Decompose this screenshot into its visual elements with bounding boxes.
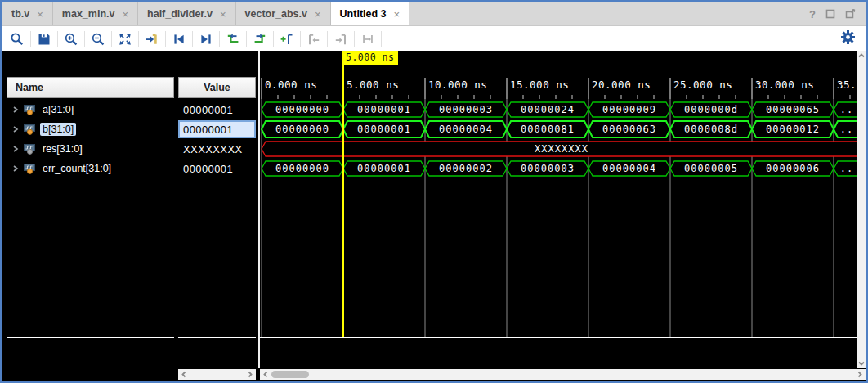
zoom-in-icon (64, 32, 78, 47)
find-button[interactable] (7, 29, 28, 49)
marker-range-icon (360, 32, 375, 47)
bus-signal-icon (24, 144, 36, 155)
previous-transition-icon (172, 32, 186, 47)
next-marker-icon (333, 32, 348, 47)
zoom-out-button[interactable] (87, 29, 109, 49)
tab-max-min-v[interactable]: max_min.v × (53, 2, 138, 25)
save-icon (37, 32, 51, 47)
svg-text:30.000 ns: 30.000 ns (755, 79, 814, 91)
waveform-canvas[interactable]: 0.000 ns5.000 ns10.000 ns15.000 ns20.000… (260, 51, 857, 368)
panel-separator-line (7, 337, 174, 338)
maximize-icon[interactable] (825, 9, 835, 19)
vertical-scrollbar[interactable] (857, 51, 866, 368)
add-marker-button[interactable] (276, 29, 298, 49)
svg-text:0000008d: 0000008d (684, 124, 738, 135)
svg-text:15.000 ns: 15.000 ns (510, 79, 569, 91)
svg-text:00000002: 00000002 (439, 163, 493, 174)
marker-range-button[interactable] (357, 29, 378, 49)
find-icon (10, 32, 25, 47)
value-horizontal-scrollbar[interactable] (178, 369, 256, 380)
svg-text:XXXXXXXX: XXXXXXXX (535, 143, 588, 155)
svg-text:00000009: 00000009 (602, 104, 656, 115)
tab-tb-v[interactable]: tb.v × (2, 2, 53, 25)
zoom-fit-icon (118, 32, 132, 47)
window-controls: ? (809, 2, 856, 25)
float-icon[interactable] (845, 9, 856, 19)
expand-chevron-icon[interactable] (11, 125, 20, 133)
zoom-fit-button[interactable] (114, 29, 136, 49)
name-column-header: Name (7, 77, 174, 98)
previous-edge-icon (226, 32, 240, 47)
waveform-content-area: Name Value a[31:0] b[31:0] res[31:0] err… (2, 51, 866, 381)
toolbar-separator (300, 31, 301, 47)
signal-row-a[interactable]: a[31:0] (7, 100, 174, 119)
go-to-time-cursor-button[interactable] (141, 29, 163, 49)
scroll-right-icon[interactable] (247, 371, 253, 378)
toolbar-separator (381, 31, 382, 47)
tab-close-icon[interactable]: × (315, 9, 321, 20)
svg-text:00000001: 00000001 (357, 163, 411, 174)
svg-text:00000000: 00000000 (275, 104, 329, 115)
tab-close-icon[interactable]: × (220, 9, 226, 20)
svg-text:20.000 ns: 20.000 ns (592, 79, 651, 91)
expand-chevron-icon[interactable] (11, 106, 20, 114)
previous-marker-icon (306, 32, 321, 47)
signal-row-err-count[interactable]: err_count[31:0] (7, 159, 174, 178)
signal-row-res[interactable]: res[31:0] (7, 139, 174, 159)
previous-marker-button[interactable] (303, 29, 324, 49)
toolbar-separator (57, 31, 58, 47)
next-marker-button[interactable] (330, 29, 351, 49)
tab-half-divider-v[interactable]: half_divider.v × (138, 2, 236, 25)
tab-close-icon[interactable]: × (37, 9, 43, 20)
value-cell-err-count[interactable]: 00000001 (178, 159, 256, 178)
signal-name: res[31:0] (40, 142, 85, 155)
toolbar-separator (327, 31, 328, 47)
waveform-horizontal-scrollbar[interactable] (260, 369, 866, 380)
expand-chevron-icon[interactable] (11, 145, 20, 153)
zoom-in-button[interactable] (60, 29, 82, 49)
tab-close-icon[interactable]: × (394, 9, 400, 20)
zoom-out-icon (91, 32, 105, 47)
expand-chevron-icon[interactable] (11, 164, 20, 173)
scrollbar-thumb[interactable] (271, 371, 309, 378)
previous-transition-button[interactable] (168, 29, 190, 49)
waveform-plot-area[interactable]: 0.000 ns5.000 ns10.000 ns15.000 ns20.000… (260, 51, 857, 368)
help-icon[interactable]: ? (809, 8, 816, 20)
scroll-left-icon[interactable] (181, 371, 187, 378)
scroll-left-icon[interactable] (262, 371, 269, 378)
toolbar-separator (138, 31, 139, 47)
svg-text:..: .. (840, 104, 853, 115)
value-column-header: Value (178, 77, 256, 98)
svg-text:0000000d: 0000000d (684, 104, 738, 115)
svg-text:00000003: 00000003 (439, 104, 493, 115)
signal-name: a[31:0] (40, 103, 76, 116)
svg-text:0.000 ns: 0.000 ns (265, 79, 317, 91)
scroll-right-icon[interactable] (857, 371, 863, 378)
tab-close-icon[interactable]: × (122, 9, 128, 20)
scroll-up-icon[interactable] (857, 52, 866, 59)
next-edge-button[interactable] (249, 29, 271, 49)
toolbar-separator (30, 31, 31, 47)
tab-label: tb.v (11, 8, 29, 20)
bus-signal-icon (24, 124, 36, 135)
value-cell-res[interactable]: XXXXXXXX (178, 139, 256, 159)
next-transition-button[interactable] (195, 29, 217, 49)
toolbar-separator (246, 31, 247, 47)
settings-gear-button[interactable] (840, 29, 856, 48)
cursor-time-flag[interactable]: 5.000 ns (342, 51, 398, 65)
next-edge-icon (253, 32, 267, 47)
toolbar-separator (192, 31, 193, 47)
scroll-down-icon[interactable] (857, 360, 866, 367)
signal-row-b[interactable]: b[31:0] (7, 119, 174, 139)
previous-edge-button[interactable] (222, 29, 244, 49)
toolbar-separator (219, 31, 220, 47)
value-cell-a[interactable]: 00000001 (178, 100, 256, 119)
value-cell-b[interactable]: 00000001 (178, 120, 256, 138)
waveform-toolbar (2, 26, 866, 52)
save-waveform-button[interactable] (34, 29, 55, 49)
svg-text:00000000: 00000000 (275, 124, 329, 135)
tab-vector-abs-v[interactable]: vector_abs.v × (236, 2, 331, 25)
tab-label: max_min.v (62, 8, 115, 20)
svg-text:00000001: 00000001 (357, 124, 411, 135)
tab-untitled-3[interactable]: Untitled 3 × (331, 2, 410, 25)
